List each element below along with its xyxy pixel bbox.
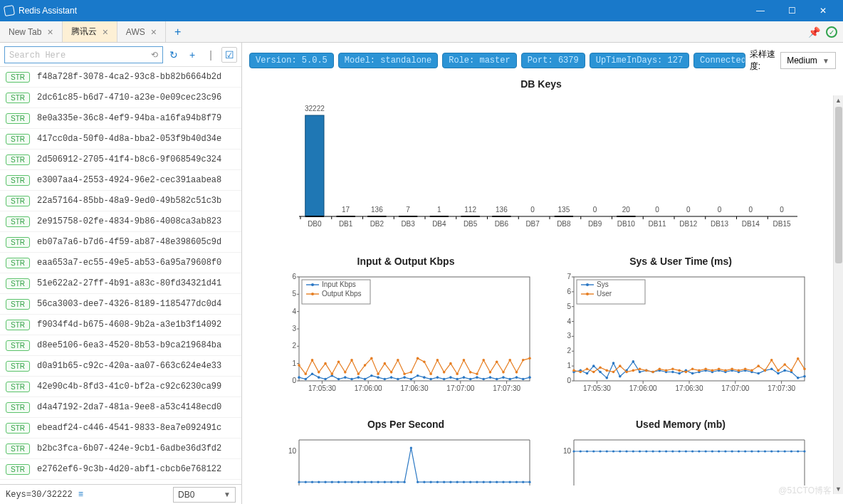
search-input[interactable] (9, 50, 151, 60)
svg-text:1: 1 (437, 206, 441, 214)
key-row[interactable]: STR2d506912-2705-41f4-b8c6-9f068549c324 (0, 149, 241, 170)
window-minimize-button[interactable]: — (745, 0, 776, 21)
key-row[interactable]: STRd8ee5106-6ea3-4520-8b53-b9ca219684ba (0, 335, 241, 356)
key-row[interactable]: STR8e0a335e-36c8-4ef9-94ba-a16fa94b8f79 (0, 108, 241, 129)
svg-text:1: 1 (292, 359, 296, 367)
svg-text:2: 2 (567, 347, 571, 355)
db-select-value: DB0 (178, 490, 194, 500)
divider: | (203, 47, 219, 63)
scroll-down-icon[interactable]: ▼ (835, 484, 842, 494)
plus-icon: + (174, 26, 181, 38)
key-row[interactable]: STReb07a7a6-b7d6-4f59-ab87-48e398605c9d (0, 232, 241, 253)
check-filter-icon[interactable]: ☑ (221, 47, 237, 63)
add-tab-button[interactable]: + (166, 21, 189, 42)
tab-label: AWS (126, 27, 145, 37)
key-row[interactable]: STRf9034f4d-b675-4608-9b2a-a3e1b3f14092 (0, 315, 241, 335)
svg-text:DB8: DB8 (557, 220, 571, 228)
key-type-tag: STR (6, 278, 30, 289)
key-type-tag: STR (6, 258, 30, 268)
chart-title: DB Keys (278, 78, 805, 90)
svg-text:17:07:30: 17:07:30 (493, 384, 520, 392)
key-row[interactable]: STReaa653a7-ec55-49e5-ab53-6a95a79608f0 (0, 253, 241, 273)
tab-new[interactable]: New Tab × (0, 21, 63, 42)
scroll-up-icon[interactable]: ▲ (835, 95, 842, 105)
key-type-tag: STR (6, 443, 30, 454)
svg-text:10: 10 (563, 447, 572, 455)
key-row[interactable]: STRe2762ef6-9c3b-4d20-abf1-cbcb6e768122 (0, 459, 241, 480)
sample-rate-select[interactable]: Medium ▼ (780, 52, 836, 69)
window-maximize-button[interactable]: ☐ (776, 0, 807, 21)
close-icon[interactable]: × (103, 26, 108, 38)
key-row[interactable]: STRb2bc3fca-6b07-424e-9cb1-6adbe36d3fd2 (0, 439, 241, 459)
key-name: ebeadf24-c446-4541-9833-8ea7e092491c (37, 423, 236, 433)
key-name: 2dc61c85-b6d7-4710-a23e-0e09cec23c96 (37, 93, 236, 103)
key-row[interactable]: STRd4a47192-2da7-481a-9ee8-a53c4148ecd0 (0, 397, 241, 418)
watermark: @51CTO博客 (778, 485, 832, 497)
list-view-icon[interactable]: ≡ (78, 490, 83, 500)
svg-text:DB9: DB9 (588, 220, 602, 228)
chart-title: Input & Output Kbps (278, 256, 534, 267)
tab-label: New Tab (9, 27, 41, 37)
badge-connected: ConnectedCli (693, 53, 745, 68)
sidebar: ⟲ ↻ + | ☑ STRf48a728f-3078-4ca2-93c8-bb8… (0, 43, 242, 504)
svg-text:DB13: DB13 (711, 220, 728, 228)
svg-text:5: 5 (292, 290, 296, 298)
svg-text:17:06:30: 17:06:30 (676, 384, 703, 392)
vertical-scrollbar[interactable]: ▲ ▼ (833, 95, 843, 494)
svg-text:3: 3 (567, 332, 571, 340)
refresh-icon[interactable]: ↻ (166, 47, 182, 63)
key-type-tag: STR (6, 299, 30, 310)
svg-text:DB15: DB15 (773, 220, 791, 228)
content: Version: 5.0.5 Model: standalone Role: m… (242, 43, 843, 504)
key-row[interactable]: STRe3007aa4-2553-4924-96e2-cec391aabea8 (0, 170, 241, 191)
key-name: 8e0a335e-36c8-4ef9-94ba-a16fa94b8f79 (37, 113, 236, 123)
svg-text:DB11: DB11 (649, 220, 666, 228)
key-row[interactable]: STR51e622a2-27ff-4b91-a83c-80fd34321d41 (0, 273, 241, 294)
svg-text:112: 112 (464, 206, 476, 214)
key-row[interactable]: STR42e90c4b-8fd3-41c0-bf2a-c92c6230ca99 (0, 377, 241, 397)
window-close-button[interactable]: ✕ (807, 0, 839, 21)
svg-text:DB14: DB14 (742, 220, 760, 228)
key-name: eaa653a7-ec55-49e5-ab53-6a95a79608f0 (37, 258, 236, 268)
key-type-tag: STR (6, 464, 30, 475)
search-input-wrapper[interactable]: ⟲ (4, 46, 163, 63)
key-name: f9034f4d-b675-4608-9b2a-a3e1b3f14092 (37, 320, 236, 330)
svg-text:4: 4 (292, 308, 296, 315)
svg-text:17:06:00: 17:06:00 (629, 384, 657, 392)
key-row[interactable]: STR417cc0da-50f0-4d8a-bba2-053f9b40d34e (0, 129, 241, 149)
key-name: b2bc3fca-6b07-424e-9cb1-6adbe36d3fd2 (37, 443, 236, 453)
tab-aws[interactable]: AWS × (117, 21, 166, 42)
svg-text:0: 0 (749, 206, 753, 214)
keys-count-label: Keys=30/32222 (6, 490, 73, 500)
key-row[interactable]: STRebeadf24-c446-4541-9833-8ea7e092491c (0, 418, 241, 439)
key-name: eb07a7a6-b7d6-4f59-ab87-48e398605c9d (37, 237, 236, 247)
key-row[interactable]: STRd0a91b65-c92c-420a-aa07-663c624e4e33 (0, 356, 241, 377)
key-list[interactable]: STRf48a728f-3078-4ca2-93c8-bb82b6664b2dS… (0, 67, 241, 484)
close-icon[interactable]: × (151, 26, 157, 38)
tab-tencent[interactable]: 腾讯云 × (63, 21, 117, 42)
key-type-tag: STR (6, 113, 30, 124)
key-row[interactable]: STR2dc61c85-b6d7-4710-a23e-0e09cec23c96 (0, 88, 241, 108)
svg-text:DB3: DB3 (401, 220, 415, 228)
search-toolbar: ⟲ ↻ + | ☑ (0, 43, 241, 67)
add-key-icon[interactable]: + (184, 47, 200, 63)
key-type-tag: STR (6, 340, 30, 351)
sample-rate-label: 采样速度: (750, 48, 776, 73)
key-name: 22a57164-85bb-48a9-9ed0-49b582c51c3b (37, 196, 236, 206)
chart-io-svg: 012345617:05:3017:06:0017:06:3017:07:001… (278, 273, 534, 401)
key-name: d4a47192-2da7-481a-9ee8-a53c4148ecd0 (37, 402, 236, 412)
key-row[interactable]: STR22a57164-85bb-48a9-9ed0-49b582c51c3b (0, 191, 241, 211)
svg-text:17:06:00: 17:06:00 (355, 384, 382, 392)
svg-text:6: 6 (567, 288, 571, 295)
key-type-tag: STR (6, 402, 30, 413)
db-select[interactable]: DB0 ▼ (173, 487, 236, 503)
scrollbar-thumb[interactable] (835, 107, 842, 263)
key-type-tag: STR (6, 216, 30, 227)
close-icon[interactable]: × (47, 26, 53, 38)
pin-icon[interactable]: 📌 (808, 26, 820, 38)
key-row[interactable]: STR2e915758-02fe-4834-9b86-4008ca3ab823 (0, 211, 241, 232)
svg-text:2: 2 (292, 342, 296, 350)
clear-search-icon[interactable]: ⟲ (151, 50, 158, 60)
key-row[interactable]: STRf48a728f-3078-4ca2-93c8-bb82b6664b2d (0, 67, 241, 88)
key-row[interactable]: STR56ca3003-dee7-4326-8189-1185477dc0d4 (0, 294, 241, 315)
